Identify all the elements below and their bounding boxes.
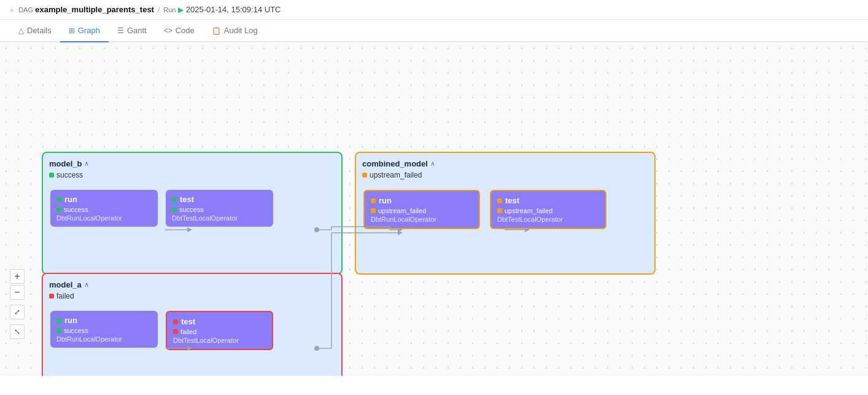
task-model-a-run[interactable]: run success DbtRunLocalOperator: [50, 311, 158, 348]
task-combined-test-operator: DbtTestLocalOperator: [497, 216, 599, 223]
task-model-a-test[interactable]: test failed DbtTestLocalOperator: [166, 311, 273, 350]
zoom-controls: + − ⤢ ⤡: [10, 269, 25, 339]
task-model-a-run-header: run: [56, 316, 152, 325]
group-model-b-status: success: [49, 171, 335, 179]
group-combined-header: combined_model ∧: [362, 159, 648, 168]
group-combined-status-dot: [362, 173, 367, 178]
task-combined-test-status: upstream_failed: [497, 207, 599, 214]
task-combined-run-operator: DbtRunLocalOperator: [371, 216, 473, 223]
task-model-b-test-status: success: [172, 206, 267, 213]
group-model-b-status-label: success: [56, 171, 83, 179]
task-model-b-run-header: run: [56, 195, 152, 204]
group-combined-title: combined_model: [362, 159, 428, 168]
details-icon: △: [18, 26, 24, 35]
zoom-out-button[interactable]: −: [10, 285, 25, 300]
task-model-b-run-operator: DbtRunLocalOperator: [56, 214, 152, 222]
code-icon: <>: [164, 26, 172, 35]
task-combined-run-label: run: [379, 196, 392, 205]
breadcrumb-run-label: Run: [163, 6, 176, 14]
breadcrumb-run-id[interactable]: ▶ 2025-01-14, 15:09:14 UTC: [178, 5, 281, 14]
group-model-a-status: failed: [49, 292, 335, 300]
task-combined-run-status: upstream_failed: [371, 207, 473, 214]
task-combined-test-status-dot: [497, 208, 502, 213]
breadcrumb-dag-label: DAG: [18, 6, 33, 14]
group-model-a-status-dot: [49, 294, 54, 299]
zoom-in-button[interactable]: +: [10, 269, 25, 284]
group-model-b-title: model_b: [49, 159, 82, 168]
task-model-b-run-status-dot: [56, 207, 61, 212]
task-model-a-run-operator: DbtRunLocalOperator: [56, 335, 152, 343]
group-combined-status: upstream_failed: [362, 171, 648, 179]
fit-button[interactable]: ⤢: [10, 305, 25, 319]
task-model-b-test[interactable]: test success DbtTestLocalOperator: [166, 190, 273, 227]
task-model-a-test-status-dot: [173, 329, 178, 334]
tabs-bar: △ Details ⊞ Graph ☰ Gantt <> Code 📋 Audi…: [0, 20, 868, 42]
group-model-a[interactable]: model_a ∧ failed run success DbtRunLocal…: [42, 273, 343, 376]
breadcrumb-separator: /: [158, 6, 160, 14]
group-model-b-status-dot: [49, 173, 54, 178]
task-combined-test[interactable]: test upstream_failed DbtTestLocalOperato…: [490, 190, 606, 229]
task-model-a-run-label: run: [64, 316, 77, 325]
group-model-b[interactable]: model_b ∧ success run success DbtRunLoca…: [42, 152, 343, 275]
task-model-b-run-label: run: [64, 195, 77, 204]
task-combined-test-header: test: [497, 196, 599, 205]
task-combined-run-header: run: [371, 196, 473, 205]
task-combined-test-dot: [497, 198, 502, 203]
task-model-a-run-dot: [56, 318, 61, 323]
task-model-b-test-dot: [172, 197, 177, 202]
task-model-a-test-header: test: [173, 317, 266, 326]
task-model-a-run-status: success: [56, 327, 152, 334]
fullscreen-button[interactable]: ⤡: [10, 324, 25, 339]
breadcrumb: » DAG example_multiple_parents_test / Ru…: [0, 0, 868, 20]
group-model-b-chevron[interactable]: ∧: [84, 160, 89, 168]
graph-icon: ⊞: [69, 26, 75, 35]
breadcrumb-arrows: »: [10, 6, 14, 14]
group-combined-status-label: upstream_failed: [370, 171, 422, 179]
task-model-b-test-header: test: [172, 195, 267, 204]
group-model-a-title: model_a: [49, 280, 82, 289]
task-model-b-test-label: test: [180, 195, 194, 204]
task-model-a-test-status: failed: [173, 328, 266, 335]
task-combined-run-status-dot: [371, 208, 376, 213]
tab-details[interactable]: △ Details: [10, 20, 60, 42]
task-model-b-run-dot: [56, 197, 61, 202]
audit-log-icon: 📋: [212, 26, 221, 35]
group-combined-chevron[interactable]: ∧: [430, 160, 435, 168]
task-model-b-test-status-dot: [172, 207, 177, 212]
group-model-a-chevron[interactable]: ∧: [84, 281, 89, 289]
run-play-icon: ▶: [178, 6, 184, 14]
task-combined-test-label: test: [505, 196, 519, 205]
task-model-a-test-dot: [173, 319, 178, 324]
group-model-b-header: model_b ∧: [49, 159, 335, 168]
tab-graph[interactable]: ⊞ Graph: [60, 20, 109, 42]
gantt-icon: ☰: [117, 26, 124, 35]
tab-audit-log[interactable]: 📋 Audit Log: [203, 20, 266, 42]
tab-gantt[interactable]: ☰ Gantt: [109, 20, 155, 42]
task-model-a-test-label: test: [181, 317, 195, 326]
group-model-a-header: model_a ∧: [49, 280, 335, 289]
task-combined-run[interactable]: run upstream_failed DbtRunLocalOperator: [363, 190, 480, 229]
task-combined-run-dot: [371, 198, 376, 203]
graph-canvas[interactable]: model_b ∧ success run success DbtRunLoca…: [0, 42, 868, 376]
task-model-b-run-status: success: [56, 206, 152, 213]
task-model-a-run-status-dot: [56, 328, 61, 333]
tab-code[interactable]: <> Code: [155, 20, 203, 42]
task-model-b-run[interactable]: run success DbtRunLocalOperator: [50, 190, 158, 227]
group-combined-model[interactable]: combined_model ∧ upstream_failed run ups…: [355, 152, 656, 275]
group-model-a-status-label: failed: [56, 292, 74, 300]
task-model-b-test-operator: DbtTestLocalOperator: [172, 214, 267, 222]
breadcrumb-dag-name[interactable]: example_multiple_parents_test: [35, 5, 154, 14]
task-model-a-test-operator: DbtTestLocalOperator: [173, 337, 266, 344]
